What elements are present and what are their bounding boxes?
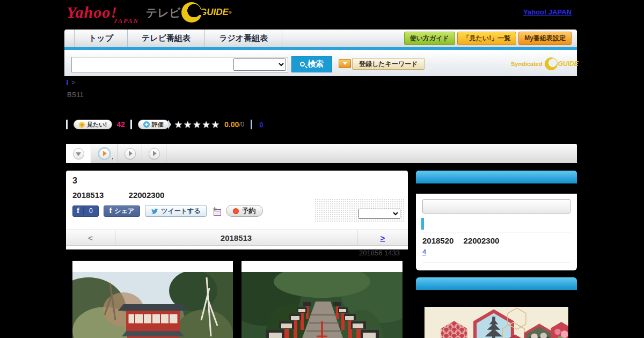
- play-circle-icon: [149, 148, 160, 159]
- promo-banner-image[interactable]: [425, 307, 568, 338]
- rate-button-label: 評価: [152, 121, 164, 129]
- breadcrumb-arrow: >: [71, 78, 76, 86]
- divider: [251, 120, 252, 129]
- breadcrumb-link-icon[interactable]: [67, 80, 68, 85]
- search-button-label: 検索: [308, 59, 324, 69]
- add-rating-icon: ＋: [143, 121, 150, 128]
- tab-section-2[interactable]: ,: [91, 144, 118, 163]
- triangle-right-icon: [103, 151, 107, 156]
- mitai-button[interactable]: ＋ 見たい!: [74, 120, 112, 129]
- mitai-button-label: 見たい!: [87, 121, 107, 129]
- plus-icon: ＋: [211, 206, 218, 211]
- triangle-right-icon: [129, 151, 133, 156]
- search-category-select[interactable]: [233, 58, 286, 71]
- sidebar-input[interactable]: [422, 199, 570, 214]
- play-circle-icon-active: [99, 148, 110, 159]
- search-button[interactable]: 検索: [291, 56, 332, 72]
- sidebar-module-header: [416, 171, 577, 183]
- yahoo-japan-logo-text: JAPAN: [114, 17, 139, 25]
- sidebar-header-band: [416, 290, 577, 300]
- record-dot-icon: [233, 208, 239, 214]
- breadcrumb: >: [67, 78, 75, 86]
- next-date-link[interactable]: >: [357, 230, 408, 245]
- rating-denominator: /0: [239, 121, 244, 128]
- search-input[interactable]: [72, 58, 233, 71]
- mitai-list-button[interactable]: 「見たい!」一覧: [457, 32, 517, 45]
- next-broadcast-datetime: 2018520 22002300: [422, 234, 570, 246]
- syndicated-label: Syndicated: [511, 61, 543, 67]
- tv-service-label: テレビ: [146, 5, 180, 20]
- triangle-down-icon: [76, 152, 81, 156]
- section-marker: [421, 218, 424, 230]
- twitter-icon: [151, 208, 158, 214]
- gguide-logo: GUIDE ®: [181, 2, 232, 23]
- sidebar-promo-module: [416, 277, 577, 338]
- collapse-circle-icon: [73, 148, 84, 159]
- sidebar-module-header: [416, 277, 577, 290]
- next-broadcast-time: 22002300: [464, 236, 500, 245]
- nav-tab-top[interactable]: トップ: [74, 30, 128, 47]
- facebook-share-label: シェア: [114, 207, 134, 216]
- search-field-group: [71, 57, 288, 72]
- program-time: 22002300: [129, 190, 165, 200]
- reserve-button-label: 予約: [242, 206, 256, 216]
- next-broadcast-date: 2018520: [422, 236, 453, 245]
- social-buttons: f 0 f シェア ツイートする ＋ 予約: [72, 205, 263, 217]
- tab-section-4[interactable]: [142, 144, 166, 163]
- search-band: 検索 登録したキーワード Syndicated GUIDE: [64, 50, 577, 76]
- iepg-add-button[interactable]: ＋: [211, 206, 221, 216]
- program-title: 3: [72, 176, 77, 186]
- program-card: 3 2018513 22002300 f 0 f シェア ツイートする: [66, 171, 408, 249]
- chevron-down-icon: [343, 62, 347, 65]
- facebook-share-button[interactable]: f シェア: [104, 205, 141, 217]
- tab-overview[interactable]: [66, 144, 91, 163]
- registered-keywords-button[interactable]: 登録したキーワード: [352, 58, 425, 70]
- syndicated-gguide-logo: Syndicated GUIDE: [511, 57, 579, 70]
- rate-button[interactable]: ＋ 評価: [138, 120, 169, 129]
- tab-section-3[interactable]: [118, 144, 142, 163]
- date-navigation: < 2018513 >: [66, 230, 408, 246]
- divider: [422, 262, 570, 262]
- rating-row: ＋ 見たい! 42 ＋ 評価 ★★★★★ 0.00 /0 0: [66, 119, 263, 130]
- search-icon: [300, 62, 305, 67]
- tweet-button[interactable]: ツイートする: [145, 205, 206, 217]
- sidebar-header-band: [416, 183, 577, 194]
- star-rating-icons[interactable]: ★★★★★: [174, 119, 221, 130]
- gguide-logo-text-small: GUIDE: [558, 60, 579, 68]
- facebook-icon: f: [109, 207, 112, 215]
- temple-gate-image: [72, 272, 233, 338]
- yahoo-logo[interactable]: Yahoo!: [67, 3, 118, 21]
- divider: [422, 232, 570, 232]
- my-schedule-settings-button[interactable]: My番組表設定: [518, 32, 572, 45]
- lantern-stairs-image: [241, 272, 402, 338]
- gguide-logo-text: GUIDE: [200, 7, 229, 18]
- nav-tab-radio-schedule[interactable]: ラジオ番組表: [205, 30, 282, 47]
- nav-tab-tv-schedule[interactable]: テレビ番組表: [128, 30, 205, 47]
- yahoo-japan-link[interactable]: Yahoo! JAPAN: [523, 8, 572, 16]
- channel-name: BS11: [67, 91, 84, 99]
- next-broadcast-link[interactable]: 4: [422, 248, 461, 256]
- facebook-icon: f: [73, 207, 84, 215]
- site-header: Yahoo! JAPAN テレビ GUIDE ® Yahoo! JAPAN ,: [0, 0, 644, 26]
- gguide-g-icon-small: [545, 57, 558, 70]
- header-mark: ,: [572, 11, 574, 17]
- facebook-like-button[interactable]: f 0: [72, 205, 99, 217]
- divider: [130, 120, 132, 129]
- add-star-icon: ＋: [79, 122, 85, 128]
- divider: [66, 120, 68, 129]
- play-circle-icon: [125, 148, 136, 159]
- main-nav: トップ テレビ番組表 ラジオ番組表 使い方ガイド 「見たい!」一覧 My番組表設…: [64, 30, 577, 47]
- usage-guide-button[interactable]: 使い方ガイド: [404, 32, 455, 45]
- mitai-count: 42: [116, 120, 125, 129]
- keyword-dropdown-button[interactable]: [339, 59, 351, 68]
- registered-mark: ®: [229, 10, 232, 15]
- last-updated-text: 201856 1433: [290, 249, 400, 257]
- sidebar-next-broadcast-module: 2018520 22002300 4: [416, 171, 577, 270]
- prev-date-button[interactable]: <: [66, 230, 115, 245]
- episode-select[interactable]: [358, 209, 400, 219]
- comments-count-link[interactable]: 0: [259, 121, 263, 129]
- facebook-like-count: 0: [84, 207, 98, 215]
- program-date: 2018513: [72, 190, 104, 200]
- content-tabstrip: ,: [66, 144, 577, 163]
- reserve-button[interactable]: 予約: [226, 205, 263, 217]
